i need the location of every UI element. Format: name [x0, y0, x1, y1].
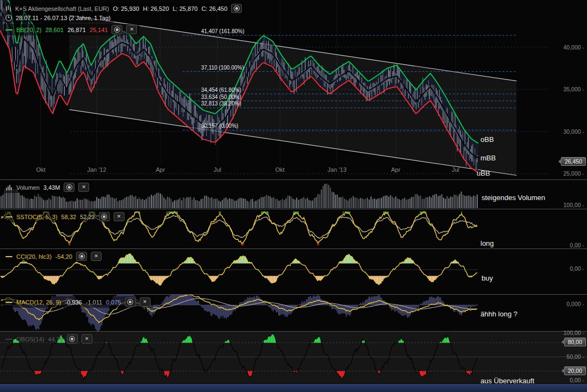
time-axis-label: Jan '12 [87, 166, 106, 173]
bb-visibility-button[interactable] [111, 25, 122, 34]
volume-header: Volumen 3,43M ✕ [3, 182, 92, 193]
sstoc-annotation[interactable]: long [480, 239, 494, 247]
volume-bars-icon [5, 185, 13, 190]
price-axis-label: 25,000 [563, 170, 584, 177]
eye-icon [127, 299, 133, 305]
bb-close-button[interactable]: ✕ [126, 25, 137, 34]
cci-name: CCI(20, hlc3) [16, 253, 52, 260]
obos-level-badge: 20,00 [564, 366, 586, 375]
macd-axis-zero: 0,000 [566, 301, 584, 307]
close-icon: ✕ [94, 254, 98, 259]
candlestick-icon [5, 5, 11, 11]
macd-line-icon [5, 302, 13, 303]
eye-icon [101, 214, 107, 220]
cci-close-button[interactable]: ✕ [91, 252, 102, 261]
obos-line-icon [5, 339, 13, 340]
instrument-header: K+S Aktiengesellschaft (Last, EUR) O: 25… [3, 3, 245, 14]
bb-upper-value: 28,601 [45, 27, 64, 33]
sstoc-name: SSTOC(5, 5, 3) [16, 214, 58, 220]
sstoc-d-value: 52,22 [80, 214, 95, 220]
cci-visibility-button[interactable] [76, 252, 87, 261]
macd-visibility-button[interactable] [125, 297, 136, 307]
instrument-visibility-button[interactable] [231, 4, 242, 13]
volume-annotation[interactable]: steigendes Volumen [482, 194, 545, 202]
bb-name: BB(20, 2) [16, 27, 41, 33]
eye-icon [79, 253, 85, 259]
ohlc-high: H: 26,520 [143, 5, 169, 12]
cci-line-icon [5, 256, 13, 257]
obos-level-badge: 80,00 [564, 338, 586, 346]
close-icon: ✕ [143, 300, 147, 304]
bb-mid-value: 26,871 [67, 27, 86, 33]
obos-name: OBOS(14) [16, 336, 44, 343]
macd-value: -0,936 [65, 299, 82, 306]
time-axis-label: Apr [155, 166, 165, 173]
sstoc-axis-top: 100,00 [563, 202, 584, 208]
clock-icon [5, 15, 12, 21]
eye-icon [234, 5, 240, 11]
eye-icon [114, 27, 120, 33]
obos-axis-label: 100,00 [563, 329, 584, 336]
time-axis-label: Okt [36, 166, 45, 173]
close-icon: ✕ [82, 185, 86, 190]
price-axis-label: 30,000 [563, 128, 584, 135]
volume-name: Volumen [16, 184, 40, 191]
ohlc-close: C: 26,450 [202, 5, 228, 12]
sstoc-visibility-button[interactable] [99, 212, 110, 221]
macd-name: MACD(12, 26, 9) [16, 299, 61, 306]
ohlc-low: L: 25,870 [173, 5, 198, 12]
close-icon: ✕ [130, 27, 134, 32]
time-axis-label: Okt [275, 166, 284, 173]
charting-app: 41,407 (161.80%)37,110 (100.00%)34,454 (… [0, 0, 587, 392]
close-icon: ✕ [117, 214, 121, 219]
time-axis-label: Jan '13 [327, 166, 346, 173]
sstoc-k-value: 58,32 [61, 214, 77, 220]
eye-icon [69, 336, 75, 342]
eye-icon [66, 184, 72, 190]
bb-lower-value: 25,141 [90, 27, 108, 33]
cci-axis-zero: 0,00 [570, 265, 584, 272]
price-axis-label: 40,000 [563, 44, 584, 51]
time-axis-label: Apr [391, 166, 400, 173]
instrument-title: K+S Aktiengesellschaft (Last, EUR) [15, 5, 109, 12]
time-axis-label: Jul [214, 166, 221, 173]
fib-level-label: 34,454 (61.80%) [201, 87, 241, 93]
close-icon: ✕ [85, 337, 89, 341]
price-axis-label: 35,000 [563, 86, 584, 92]
obos-axis-label: 0,00 [570, 377, 584, 383]
fib-level-label: 41,407 (161.80%) [201, 28, 245, 34]
obos-header: OBOS(14) 44,75 ✕ [3, 333, 95, 345]
volume-visibility-button[interactable] [64, 183, 74, 192]
sstoc-axis-bottom: 0,00 [570, 242, 584, 248]
obos-close-button[interactable]: ✕ [82, 334, 92, 344]
last-price-badge: 26,450 [561, 157, 586, 166]
macd-annotation[interactable]: ähhh long ? [480, 310, 517, 318]
macd-hist-value: 0,075 [106, 299, 121, 306]
fib-level-label: 32,813 (38.20%) [201, 101, 241, 107]
time-axis-label: Jul [452, 166, 459, 173]
middle-band-label[interactable]: mBB [480, 154, 496, 162]
cci-value: -54,20 [55, 253, 72, 260]
obos-value: 44,75 [48, 336, 63, 343]
cci-annotation[interactable]: buy [482, 274, 493, 282]
upper-band-label[interactable]: oBB [480, 135, 494, 144]
bb-line-icon [5, 29, 13, 30]
cci-header: CCI(20, hlc3) -54,20 ✕ [3, 251, 104, 262]
macd-header: MACD(12, 26, 9) -0,936 -1,011 0,075 ✕ [3, 296, 153, 308]
lower-band-label[interactable]: uBB [477, 169, 490, 177]
sstoc-header: SSTOC(5, 5, 3) 58,32 52,22 ✕ [3, 211, 127, 222]
bb-indicator-header: BB(20, 2) 28,601 26,871 25,141 ✕ [3, 24, 140, 35]
obos-visibility-button[interactable] [67, 334, 78, 344]
volume-close-button[interactable]: ✕ [78, 183, 89, 192]
sstoc-line-icon [5, 216, 13, 217]
timeframe-label: 28.07.11 - 26.07.13 (2 Jahre, 1 Tag) [16, 15, 111, 21]
fib-level-label: 30,157 (0.00%) [201, 123, 238, 129]
obos-annotation[interactable]: aus Überverkauft [480, 377, 534, 385]
macd-signal-value: -1,011 [86, 299, 102, 306]
macd-close-button[interactable]: ✕ [140, 297, 151, 307]
sstoc-close-button[interactable]: ✕ [114, 212, 124, 221]
volume-value: 3,43M [43, 184, 60, 191]
timeframe-header: 28.07.11 - 26.07.13 (2 Jahre, 1 Tag) [3, 14, 114, 22]
ohlc-open: O: 25,930 [113, 5, 139, 12]
fib-level-label: 33,634 (50.00%) [201, 94, 241, 100]
